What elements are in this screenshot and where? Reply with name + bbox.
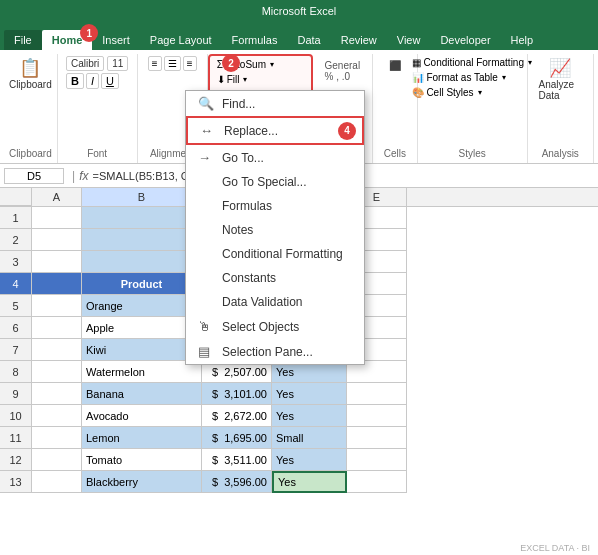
- dropdown-box: 🔍 Find... ↔ Replace... 4 → Go To... Go T…: [185, 90, 365, 365]
- cell-d10[interactable]: Yes: [272, 405, 347, 427]
- tab-home[interactable]: Home 1: [42, 30, 93, 50]
- cell-a8[interactable]: [32, 361, 82, 383]
- cell-b1[interactable]: [82, 207, 202, 229]
- cell-a3[interactable]: [32, 251, 82, 273]
- validation-label: Data Validation: [222, 295, 303, 309]
- tab-formulas[interactable]: Formulas: [222, 30, 288, 50]
- cell-a9[interactable]: [32, 383, 82, 405]
- cell-e13[interactable]: [347, 471, 407, 493]
- cell-b2[interactable]: [82, 229, 202, 251]
- cell-a11[interactable]: [32, 427, 82, 449]
- conditional-label: Conditional Formatting: [423, 57, 524, 68]
- row-header-11: 11: [0, 427, 32, 449]
- cell-e10[interactable]: [347, 405, 407, 427]
- dropdown-find-item[interactable]: 🔍 Find...: [186, 91, 364, 116]
- corner-cell: [0, 188, 32, 206]
- fill-icon: ⬇: [217, 74, 225, 85]
- cell-styles-label: Cell Styles: [426, 87, 473, 98]
- cell-a7[interactable]: [32, 339, 82, 361]
- tab-view[interactable]: View: [387, 30, 431, 50]
- paste-button[interactable]: 📋 Clipboard: [4, 56, 57, 93]
- cell-d11[interactable]: Small: [272, 427, 347, 449]
- cell-d12[interactable]: Yes: [272, 449, 347, 471]
- cell-c10[interactable]: $ 2,672.00: [202, 405, 272, 427]
- dropdown-conditional-item[interactable]: Conditional Formatting: [186, 242, 364, 266]
- cell-d13[interactable]: Yes: [272, 471, 347, 493]
- dropdown-select-objects-item[interactable]: 🖱 Select Objects: [186, 314, 364, 339]
- clipboard-group: 📋 Clipboard Clipboard: [4, 54, 58, 163]
- cell-styles-button[interactable]: 🎨 Cell Styles ▾: [409, 86, 535, 99]
- tab-review[interactable]: Review: [331, 30, 387, 50]
- cell-styles-icon: 🎨: [412, 87, 424, 98]
- cell-b3[interactable]: [82, 251, 202, 273]
- font-size-select[interactable]: 11: [107, 56, 128, 71]
- cell-reference-box[interactable]: [4, 168, 64, 184]
- row-header-7: 7: [0, 339, 32, 361]
- formula-bar-separator: |: [72, 169, 75, 183]
- cell-b4[interactable]: Product: [82, 273, 202, 295]
- cell-c13[interactable]: $ 3,596.00: [202, 471, 272, 493]
- bold-button[interactable]: B: [66, 73, 84, 89]
- row-header-2: 2: [0, 229, 32, 251]
- conditional-formatting-button[interactable]: ▦ Conditional Formatting ▾: [409, 56, 535, 69]
- cell-b5[interactable]: Orange: [82, 295, 202, 317]
- cell-a4[interactable]: [32, 273, 82, 295]
- cell-e9[interactable]: [347, 383, 407, 405]
- italic-button[interactable]: I: [86, 73, 99, 89]
- row-header-1: 1: [0, 207, 32, 229]
- cell-a2[interactable]: [32, 229, 82, 251]
- cell-c12[interactable]: $ 3,511.00: [202, 449, 272, 471]
- tab-developer[interactable]: Developer: [430, 30, 500, 50]
- cell-a5[interactable]: [32, 295, 82, 317]
- fill-label: Fill: [227, 74, 240, 85]
- cell-b6[interactable]: Apple: [82, 317, 202, 339]
- cell-b8[interactable]: Watermelon: [82, 361, 202, 383]
- cell-a6[interactable]: [32, 317, 82, 339]
- cell-a12[interactable]: [32, 449, 82, 471]
- cell-a10[interactable]: [32, 405, 82, 427]
- dropdown-goto-special-item[interactable]: Go To Special...: [186, 170, 364, 194]
- cell-b12[interactable]: Tomato: [82, 449, 202, 471]
- dropdown-selection-pane-item[interactable]: ▤ Selection Pane...: [186, 339, 364, 364]
- tab-help[interactable]: Help: [501, 30, 544, 50]
- dropdown-goto-item[interactable]: → Go To...: [186, 145, 364, 170]
- cell-c9[interactable]: $ 3,101.00: [202, 383, 272, 405]
- fill-button[interactable]: ⬇ Fill ▾: [214, 73, 307, 86]
- cell-e12[interactable]: [347, 449, 407, 471]
- conditional-drop-label: Conditional Formatting: [222, 247, 343, 261]
- analysis-group: 📈 Analyze Data Analysis: [528, 54, 594, 163]
- row-header-3: 3: [0, 251, 32, 273]
- table-row: Banana $ 3,101.00 Yes: [32, 383, 598, 405]
- notes-label: Notes: [222, 223, 253, 237]
- dropdown-validation-item[interactable]: Data Validation: [186, 290, 364, 314]
- table-row: Avocado $ 2,672.00 Yes: [32, 405, 598, 427]
- font-name-select[interactable]: Calibri: [66, 56, 104, 71]
- align-center-button[interactable]: ☰: [164, 56, 181, 71]
- cell-b13[interactable]: Blackberry: [82, 471, 202, 493]
- table-row: Lemon $ 1,695.00 Small: [32, 427, 598, 449]
- tab-data[interactable]: Data: [287, 30, 330, 50]
- format-as-table-button[interactable]: 📊 Format as Table ▾: [409, 71, 535, 84]
- cell-a13[interactable]: [32, 471, 82, 493]
- find-icon: 🔍: [198, 96, 214, 111]
- cell-b10[interactable]: Avocado: [82, 405, 202, 427]
- cell-a1[interactable]: [32, 207, 82, 229]
- dropdown-constants-item[interactable]: Constants: [186, 266, 364, 290]
- tab-insert[interactable]: Insert: [92, 30, 140, 50]
- align-left-button[interactable]: ≡: [148, 56, 162, 71]
- dropdown-replace-item[interactable]: ↔ Replace... 4: [186, 116, 364, 145]
- dropdown-formulas-item[interactable]: Formulas: [186, 194, 364, 218]
- cell-b9[interactable]: Banana: [82, 383, 202, 405]
- cell-b11[interactable]: Lemon: [82, 427, 202, 449]
- cell-e11[interactable]: [347, 427, 407, 449]
- title-text: Microsoft Excel: [8, 5, 590, 17]
- analyze-button[interactable]: 📈 Analyze Data: [534, 56, 587, 104]
- cell-d9[interactable]: Yes: [272, 383, 347, 405]
- tab-file[interactable]: File: [4, 30, 42, 50]
- align-right-button[interactable]: ≡: [183, 56, 197, 71]
- cell-b7[interactable]: Kiwi: [82, 339, 202, 361]
- cell-c11[interactable]: $ 1,695.00: [202, 427, 272, 449]
- underline-button[interactable]: U: [101, 73, 119, 89]
- dropdown-notes-item[interactable]: Notes: [186, 218, 364, 242]
- tab-page-layout[interactable]: Page Layout: [140, 30, 222, 50]
